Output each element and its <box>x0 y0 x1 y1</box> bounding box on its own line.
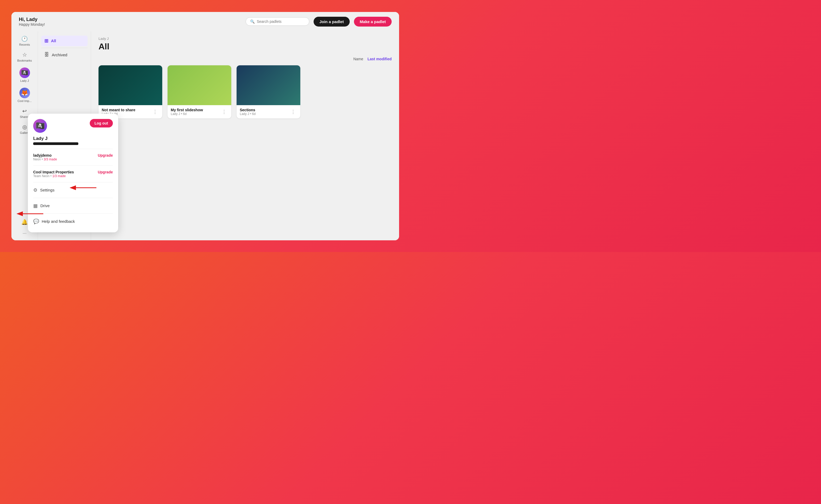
padlet-more-2[interactable]: ⋮ <box>289 108 297 115</box>
sidebar-label-bookmarks: Bookmarks <box>17 59 32 62</box>
sidebar-item-lady-j[interactable]: 🏴‍☠️ Lady J <box>14 65 35 84</box>
ws-plan-label-0: Neon <box>33 157 41 161</box>
upgrade-button-1[interactable]: Upgrade <box>98 170 113 174</box>
padlet-text-1: My first slideshow Lady J • 6d <box>171 108 203 116</box>
breadcrumb: Lady J <box>99 37 392 41</box>
sort-by-last-modified[interactable]: Last modified <box>367 57 392 61</box>
ws-name-1: Cool Impact Properties <box>33 170 74 174</box>
popup-username: Lady J <box>33 136 113 141</box>
page-title: All <box>99 42 392 52</box>
padlet-meta-2: Lady J • 6d <box>240 112 256 116</box>
padlet-grid: Not meant to share Lady J • 4d ⋮ My firs… <box>99 65 392 118</box>
logout-button[interactable]: Log out <box>90 119 113 127</box>
padlet-card-0[interactable]: Not meant to share Lady J • 4d ⋮ <box>99 65 162 118</box>
arrow-to-settings <box>67 182 99 193</box>
popup-header: 🏴‍☠️ Log out <box>33 119 113 133</box>
join-padlet-button[interactable]: Join a padlet <box>314 17 350 27</box>
ws-usage-0: 3/3 made <box>44 157 57 161</box>
padlet-name-0: Not meant to share <box>102 108 135 112</box>
popup-workspace-1: Cool Impact Properties Team Neon • 1/3 m… <box>33 168 113 180</box>
all-icon: ⊞ <box>44 38 48 44</box>
padlet-more-0[interactable]: ⋮ <box>151 108 159 115</box>
padlet-thumb-2 <box>237 65 300 105</box>
archived-icon: 🗄 <box>44 52 49 58</box>
ws-plan-1: Team Neon • 1/3 made <box>33 174 74 178</box>
sidebar-item-bookmarks[interactable]: ☆ Bookmarks <box>14 49 35 64</box>
gallery-icon: ◎ <box>22 124 27 130</box>
sidebar-more-button[interactable]: ··· <box>20 228 29 238</box>
avatar-lady-j: 🏴‍☠️ <box>19 67 30 78</box>
padlet-thumb-1 <box>168 65 231 105</box>
search-icon: 🔍 <box>250 19 255 24</box>
recents-icon: 🕐 <box>21 36 28 42</box>
padlet-more-1[interactable]: ⋮ <box>220 108 228 115</box>
nav-label-archived: Archived <box>52 53 67 57</box>
nav-divider <box>41 48 88 48</box>
padlet-card-2[interactable]: Sections Lady J • 6d ⋮ <box>237 65 300 118</box>
ws-info-0: ladyjdemo Neon • 3/3 made <box>33 153 57 161</box>
popup-divider-4 <box>33 198 113 198</box>
sort-bar: Name Last modified <box>99 57 392 61</box>
main-content: Lady J All Name Last modified Not meant … <box>91 31 399 240</box>
upgrade-button-0[interactable]: Upgrade <box>98 153 113 157</box>
padlet-thumb-0 <box>99 65 162 105</box>
drive-icon: ▦ <box>33 203 38 209</box>
search-input[interactable] <box>257 19 305 24</box>
header-greeting: Hi, Lady Happy Monday! <box>19 17 241 27</box>
sort-by-name[interactable]: Name <box>353 57 363 61</box>
nav-item-all[interactable]: ⊞ All <box>41 36 88 46</box>
nav-label-all: All <box>51 39 56 43</box>
popup-divider-2 <box>33 165 113 166</box>
sidebar-label-recents: Recents <box>19 43 30 46</box>
padlet-name-2: Sections <box>240 108 256 112</box>
search-bar[interactable]: 🔍 <box>246 17 309 26</box>
popup-divider-1 <box>33 149 113 149</box>
ws-info-1: Cool Impact Properties Team Neon • 1/3 m… <box>33 170 74 178</box>
sidebar-label-lady-j: Lady J <box>20 79 29 82</box>
sidebar-item-recents[interactable]: 🕐 Recents <box>14 33 35 48</box>
settings-label: Settings <box>40 188 54 192</box>
header: Hi, Lady Happy Monday! 🔍 Join a padlet M… <box>11 12 399 31</box>
avatar-cool-imp: 🦊 <box>19 88 30 98</box>
ws-plan-label-1: Team Neon <box>33 174 49 178</box>
bookmarks-icon: ☆ <box>22 52 27 58</box>
ws-name-0: ladyjdemo <box>33 153 57 157</box>
make-padlet-button[interactable]: Make a padlet <box>354 17 392 27</box>
padlet-info-1: My first slideshow Lady J • 6d ⋮ <box>168 105 231 118</box>
sidebar-label-cool-imp: Cool Imp... <box>18 99 32 102</box>
sidebar-item-cool-imp[interactable]: 🦊 Cool Imp... <box>14 86 35 105</box>
arrow-to-dots <box>14 208 46 219</box>
app-window: Hi, Lady Happy Monday! 🔍 Join a padlet M… <box>11 12 399 240</box>
padlet-name-1: My first slideshow <box>171 108 203 112</box>
popup-email-redacted <box>33 142 78 145</box>
help-icon: 💬 <box>33 219 39 224</box>
padlet-info-2: Sections Lady J • 6d ⋮ <box>237 105 300 118</box>
padlet-meta-1: Lady J • 6d <box>171 112 203 116</box>
help-label: Help and feedback <box>42 219 75 224</box>
greeting-sub: Happy Monday! <box>19 22 241 27</box>
popup-workspace-0: ladyjdemo Neon • 3/3 made Upgrade <box>33 151 113 163</box>
padlet-card-1[interactable]: My first slideshow Lady J • 6d ⋮ <box>168 65 231 118</box>
greeting-name: Hi, Lady <box>19 17 241 22</box>
drive-label: Drive <box>40 203 50 208</box>
settings-icon: ⚙ <box>33 187 37 193</box>
padlet-text-2: Sections Lady J • 6d <box>240 108 256 116</box>
shared-icon: ↩ <box>22 108 27 114</box>
popup-avatar: 🏴‍☠️ <box>33 119 47 133</box>
ws-usage-1: 1/3 made <box>52 174 66 178</box>
ws-plan-0: Neon • 3/3 made <box>33 157 57 161</box>
nav-item-archived[interactable]: 🗄 Archived <box>41 50 88 60</box>
